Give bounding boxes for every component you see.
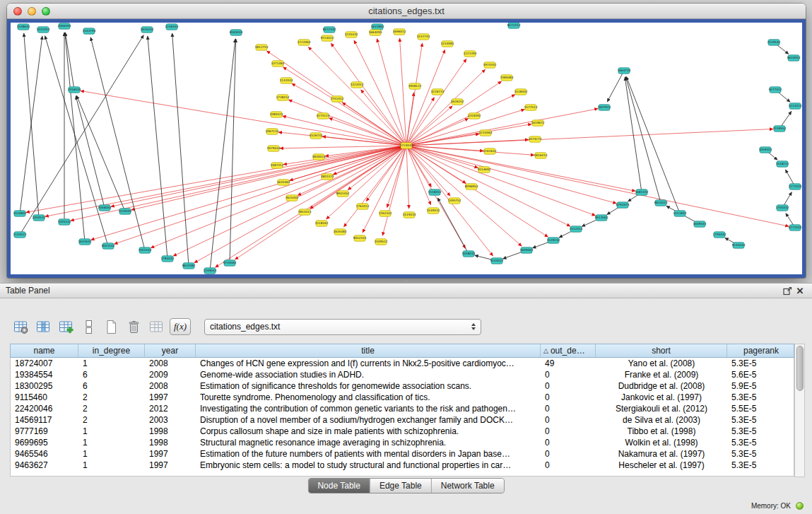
graph-node[interactable]: 1512413 [570, 226, 583, 232]
graph-node[interactable]: 6771033 [789, 225, 802, 230]
row-height-button[interactable] [79, 317, 98, 337]
graph-node[interactable]: 1059353 [759, 147, 772, 153]
graph-node[interactable]: 9632082 [182, 263, 196, 269]
graph-node[interactable]: 1794442 [713, 232, 726, 238]
table-row[interactable]: 1872400712008Changes of HCN gene express… [11, 358, 794, 369]
graph-node[interactable]: 1974342 [483, 62, 497, 68]
graph-node[interactable]: 1577513 [524, 105, 538, 110]
graph-node[interactable]: 1074272 [529, 136, 542, 142]
zoom-window-button[interactable] [42, 7, 50, 16]
graph-node[interactable]: 1700342 [776, 205, 789, 211]
tab-node-table[interactable]: Node Table [308, 479, 370, 493]
graph-node[interactable]: 1510803 [13, 211, 27, 216]
graph-node[interactable]: 1812753 [255, 45, 269, 50]
graph-node[interactable]: 1505142 [58, 219, 71, 225]
window-titlebar[interactable]: citations_edges.txt [7, 4, 806, 19]
scrollbar-thumb[interactable] [796, 346, 804, 391]
column-header-name[interactable]: name [11, 344, 78, 357]
graph-node[interactable]: 1607912 [598, 105, 611, 110]
graph-node[interactable]: 1830023 [312, 154, 326, 160]
graph-node[interactable]: 1530592 [119, 209, 132, 214]
graph-node[interactable]: 4275123 [317, 113, 330, 119]
graph-node[interactable]: 2067132 [266, 129, 279, 134]
graph-node[interactable]: 1783342 [161, 256, 175, 262]
table-row[interactable]: 1456911722003Disruption of a novel membe… [11, 414, 794, 426]
minimize-window-button[interactable] [28, 7, 36, 16]
function-builder-button[interactable]: f(x) [170, 318, 191, 335]
graph-node[interactable]: 9633423 [654, 200, 668, 206]
graph-node[interactable]: 1635442 [141, 27, 154, 33]
graph-node[interactable]: 1722063 [298, 40, 311, 45]
graph-node[interactable]: 2751412 [331, 96, 344, 102]
graph-node[interactable]: 2204092 [468, 113, 481, 119]
graph-node[interactable]: 9724022 [321, 35, 334, 41]
tab-edge-table[interactable]: Edge Table [370, 479, 431, 493]
graph-node[interactable]: 8096953 [465, 184, 478, 189]
column-header-in_degree[interactable]: in_degree [78, 344, 145, 357]
graph-node[interactable]: 3226713 [431, 89, 445, 95]
table-row[interactable]: 1830029562008Estimation of significance … [11, 380, 794, 392]
graph-node[interactable]: 1664734 [618, 68, 631, 74]
column-header-title[interactable]: title [196, 344, 541, 357]
graph-node[interactable]: 7485083 [500, 75, 514, 81]
graph-node[interactable]: 1738152 [276, 95, 290, 100]
graph-node[interactable]: 1537743 [417, 34, 430, 40]
column-header-out_de[interactable]: △out_de… [541, 344, 596, 357]
graph-node[interactable]: 1518212 [776, 161, 789, 167]
graph-node[interactable]: 1519542 [767, 40, 781, 45]
graph-node[interactable]: 2056054 [98, 205, 112, 211]
graph-node[interactable]: 1509522 [375, 239, 388, 245]
vertical-scrollbar[interactable] [794, 344, 805, 477]
graph-node[interactable]: 1236443 [165, 24, 179, 30]
close-window-button[interactable] [13, 7, 22, 16]
graph-node[interactable]: 9734563 [223, 260, 237, 266]
graph-node[interactable]: 1161642 [483, 148, 497, 154]
graph-node[interactable]: 2050532 [33, 215, 46, 221]
graph-node[interactable]: 2016034 [68, 87, 81, 93]
graph-node[interactable]: 8513562 [595, 215, 608, 221]
graph-node[interactable]: 1816413 [534, 153, 548, 158]
create-column-button[interactable] [102, 317, 121, 337]
graph-node[interactable]: 1543794 [83, 28, 96, 34]
graph-node[interactable]: 1058034 [462, 251, 476, 257]
import-table-button[interactable] [57, 317, 76, 337]
graph-node[interactable]: 1979443 [267, 146, 281, 151]
network-canvas[interactable]: 1548642103105320664931543794163544212364… [11, 23, 802, 274]
graph-node[interactable]: 1080323 [270, 112, 283, 117]
graph-node[interactable]: 1526732 [310, 133, 323, 139]
table-row[interactable]: 969969511998Structural magnetic resonanc… [11, 437, 794, 448]
column-header-short[interactable]: short [596, 344, 727, 357]
graph-node[interactable]: 1619672 [531, 120, 545, 126]
graph-node[interactable]: 1801373 [321, 174, 334, 180]
graph-node[interactable]: 1761012 [356, 204, 370, 209]
graph-node[interactable]: 1519433 [403, 212, 416, 218]
table-row[interactable]: 946554611997Estimation of the future num… [11, 448, 794, 460]
show-columns-button[interactable] [34, 317, 53, 337]
graph-node[interactable]: 1681332 [635, 189, 649, 195]
graph-node[interactable]: 1210463 [479, 130, 493, 136]
graph-node[interactable]: 1087312 [271, 163, 284, 168]
graph-node[interactable]: 7853413 [298, 209, 312, 215]
graph-node[interactable]: 1518162 [315, 221, 329, 226]
graph-node[interactable]: 9052343 [353, 235, 367, 241]
graph-node[interactable]: 1511842 [673, 211, 687, 216]
graph-node[interactable]: 2066493 [58, 23, 71, 29]
table-dropdown[interactable]: citations_edges.txt [204, 319, 481, 335]
graph-node[interactable]: 8183044 [230, 30, 243, 35]
graph-node[interactable]: 1514313 [789, 103, 802, 109]
graph-node[interactable]: 1626152 [451, 99, 464, 105]
graph-node[interactable]: 1471462 [271, 61, 285, 66]
table-row[interactable]: 1938455462009Genome-wide association stu… [11, 369, 794, 380]
graph-node[interactable]: 1548642 [17, 24, 30, 30]
graph-node[interactable]: 1635483 [334, 229, 347, 235]
table-row[interactable]: 977716911998Corpus callosum shape and si… [11, 426, 794, 437]
graph-node[interactable]: 1349043 [204, 268, 217, 274]
graph-node[interactable]: 1724040 [400, 143, 413, 148]
graph-node[interactable]: 7625402 [286, 195, 299, 201]
graph-node[interactable]: 6791973 [616, 202, 630, 208]
graph-node[interactable]: 1549432 [427, 208, 440, 214]
graph-node[interactable]: 1159552 [773, 126, 787, 132]
graph-node[interactable]: 1271033 [789, 184, 802, 189]
graph-node[interactable]: 1154082 [441, 41, 454, 47]
graph-node[interactable]: 1245432 [345, 32, 358, 37]
